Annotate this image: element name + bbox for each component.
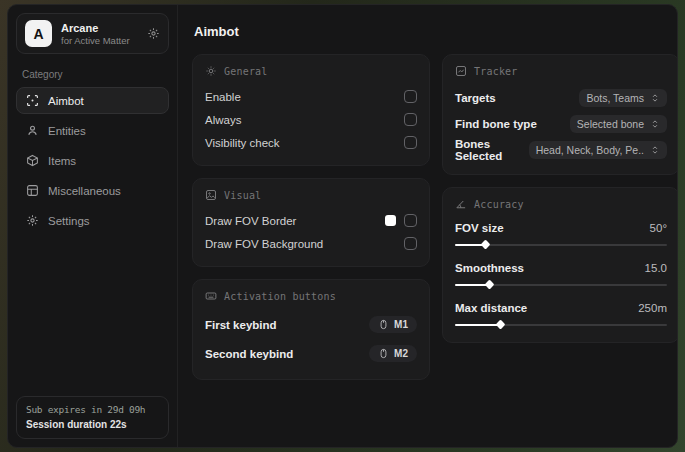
right-column: Tracker Targets Bots, Teams (442, 54, 677, 343)
smoothness-slider[interactable] (455, 280, 667, 289)
panel-title-label: General (224, 66, 268, 77)
tracker-label: Find bone type (455, 118, 537, 130)
chart-icon (455, 65, 467, 77)
slider-value: 50° (650, 222, 667, 234)
draw-fov-border-checkbox[interactable] (404, 214, 417, 227)
visual-panel-header: Visual (205, 189, 417, 201)
tracker-row: Targets Bots, Teams (455, 85, 667, 111)
mouse-icon (378, 319, 389, 330)
sidebar: A Arcane for Active Matter Category Aimb (8, 5, 178, 447)
fov-size-slider[interactable] (455, 240, 667, 249)
dropdown-value: Bots, Teams (586, 92, 644, 104)
gear-icon[interactable] (147, 27, 160, 40)
smoothness-slider-group: Smoothness 15.0 (455, 258, 667, 289)
app-name: Arcane (61, 22, 130, 34)
sun-gear-icon (205, 65, 217, 77)
panel-title-label: Accuracy (474, 199, 524, 210)
find-bone-type-dropdown[interactable]: Selected bone (570, 115, 667, 133)
setting-row: Visibility check (205, 131, 417, 154)
angle-icon (455, 198, 467, 210)
app-subtitle: for Active Matter (61, 35, 130, 46)
slider-thumb[interactable] (495, 320, 505, 330)
visual-panel: Visual Draw FOV Border Draw FOV Backgrou… (192, 178, 430, 267)
sidebar-item-label: Aimbot (48, 95, 84, 107)
activation-panel-header: Activation buttons (205, 290, 417, 302)
accuracy-panel-header: Accuracy (455, 198, 667, 210)
tracker-row: Bones Selected Head, Neck, Body, Pe.. (455, 137, 667, 163)
slider-thumb[interactable] (480, 240, 490, 250)
slider-track (455, 324, 667, 326)
sidebar-item-entities[interactable]: Entities (16, 117, 169, 144)
setting-label: Always (205, 114, 241, 126)
setting-label: Visibility check (205, 137, 280, 149)
tracker-panel: Tracker Targets Bots, Teams (442, 54, 677, 175)
gear-icon (26, 214, 39, 227)
keybind-row: First keybind M1 (205, 310, 417, 339)
activation-panel: Activation buttons First keybind M1 (192, 279, 430, 380)
first-keybind-button[interactable]: M1 (369, 316, 417, 333)
dropdown-value: Selected bone (577, 118, 644, 130)
max-distance-slider[interactable] (455, 320, 667, 329)
image-icon (205, 189, 217, 201)
panel-title-label: Activation buttons (224, 291, 336, 302)
slider-track (455, 244, 667, 246)
setting-row: Draw FOV Border (205, 209, 417, 232)
setting-label: Enable (205, 91, 241, 103)
tracker-label: Targets (455, 92, 496, 104)
max-distance-slider-group: Max distance 250m (455, 298, 667, 329)
sub-expires-text: Sub expires in 29d 09h (26, 404, 159, 415)
sidebar-item-label: Miscellaneous (48, 185, 121, 197)
tracker-panel-header: Tracker (455, 65, 667, 77)
sidebar-item-items[interactable]: Items (16, 147, 169, 174)
left-column: General Enable Always Visibility check (192, 54, 430, 380)
general-panel: General Enable Always Visibility check (192, 54, 430, 166)
bones-selected-dropdown[interactable]: Head, Neck, Body, Pe.. (529, 141, 667, 159)
mouse-icon (378, 348, 389, 359)
tracker-row: Find bone type Selected bone (455, 111, 667, 137)
keybind-value: M1 (394, 319, 408, 330)
always-checkbox[interactable] (404, 113, 417, 126)
main-content: Aimbot General Enable (178, 5, 677, 447)
setting-label: Draw FOV Border (205, 215, 296, 227)
sidebar-item-miscellaneous[interactable]: Miscellaneous (16, 177, 169, 204)
tracker-label: Bones Selected (455, 138, 529, 162)
dropdown-value: Head, Neck, Body, Pe.. (536, 144, 644, 156)
setting-row: Draw FOV Background (205, 232, 417, 255)
keybind-label: First keybind (205, 319, 277, 331)
sidebar-item-label: Entities (48, 125, 86, 137)
category-label: Category (22, 69, 163, 80)
unfold-more-icon (650, 119, 660, 129)
second-keybind-button[interactable]: M2 (369, 345, 417, 362)
enable-checkbox[interactable] (404, 90, 417, 103)
unfold-more-icon (650, 93, 660, 103)
person-icon (26, 124, 39, 137)
panel-title-label: Tracker (474, 66, 518, 77)
draw-fov-background-checkbox[interactable] (404, 237, 417, 250)
app-logo: A (25, 20, 52, 47)
layout-icon (26, 184, 39, 197)
keybind-label: Second keybind (205, 348, 293, 360)
sidebar-item-settings[interactable]: Settings (16, 207, 169, 234)
targets-dropdown[interactable]: Bots, Teams (579, 89, 667, 107)
keybind-row: Second keybind M2 (205, 339, 417, 368)
keyboard-icon (205, 290, 217, 302)
visibility-check-checkbox[interactable] (404, 136, 417, 149)
cheat-menu-window: A Arcane for Active Matter Category Aimb (7, 4, 678, 448)
slider-fill (455, 244, 485, 246)
page-title: Aimbot (194, 24, 663, 39)
app-header-card: A Arcane for Active Matter (16, 13, 169, 54)
slider-fill (455, 284, 489, 286)
crosshair-scan-icon (26, 94, 39, 107)
setting-label: Draw FOV Background (205, 238, 323, 250)
cube-icon (26, 154, 39, 167)
session-duration-text: Session duration 22s (26, 419, 159, 430)
slider-value: 15.0 (645, 262, 667, 274)
app-meta: Arcane for Active Matter (61, 22, 130, 46)
setting-row: Always (205, 108, 417, 131)
fov-border-color-swatch[interactable] (385, 215, 396, 226)
sidebar-item-label: Items (48, 155, 76, 167)
sidebar-item-aimbot[interactable]: Aimbot (16, 87, 169, 114)
setting-row: Enable (205, 85, 417, 108)
slider-thumb[interactable] (484, 280, 494, 290)
accuracy-panel: Accuracy FOV size 50° (442, 187, 677, 343)
